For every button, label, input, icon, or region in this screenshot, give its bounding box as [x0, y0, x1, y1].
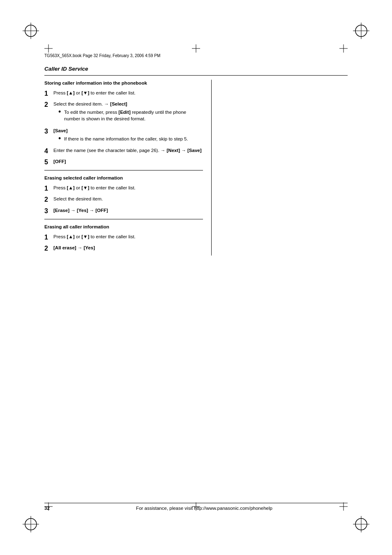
page: TG563X_565X.book Page 32 Friday, Februar…	[0, 0, 392, 555]
erasing-selected-heading: Erasing selected caller information	[44, 175, 203, 181]
step-erase-sel-2: 2 Select the desired item.	[44, 196, 203, 203]
section-divider	[44, 75, 348, 76]
key-off-5: [OFF]	[53, 159, 66, 164]
storing-heading: Storing caller information into the phon…	[44, 80, 203, 86]
step-erase-all-content-2: [All erase] → [Yes]	[53, 244, 203, 251]
key-down-e: [▼]	[81, 185, 89, 190]
key-edit: [Edit]	[118, 110, 130, 115]
key-up-e: [▲]	[67, 185, 75, 190]
header-line: TG563X_565X.book Page 32 Friday, Februar…	[44, 53, 348, 58]
erasing-all-section: Erasing all caller information 1 Press […	[44, 223, 203, 252]
edge-mark-top-left	[44, 44, 53, 53]
bullet-list-3: • If there is the name information for t…	[58, 136, 203, 142]
header-text: TG563X_565X.book Page 32 Friday, Februar…	[44, 53, 160, 58]
right-column	[211, 80, 348, 256]
step-store-5: 5 [OFF]	[44, 158, 203, 166]
key-all-erase-yes: [All erase] → [Yes]	[53, 245, 95, 250]
step-number-4: 4	[44, 147, 52, 155]
bullet-text-3-1: If there is the name information for the…	[64, 136, 188, 142]
step-number-5: 5	[44, 158, 52, 166]
storing-section: Storing caller information into the phon…	[44, 80, 203, 166]
step-number-3: 3	[44, 127, 52, 135]
key-save-4: [Save]	[187, 148, 202, 153]
bullet-dot-3: •	[58, 135, 62, 142]
key-down-ea: [▼]	[81, 234, 89, 239]
step-erase-sel-content-3: [Erase] → [Yes] → [OFF]	[53, 207, 203, 214]
bullet-dot: •	[58, 108, 62, 115]
step-erase-sel-content-1: Press [▲] or [▼] to enter the caller lis…	[53, 184, 203, 191]
bullet-item-3-1: • If there is the name information for t…	[58, 136, 203, 142]
step-store-4: 4 Enter the name (see the character tabl…	[44, 147, 203, 155]
step-content-1: Press [▲] or [▼] to enter the caller lis…	[53, 90, 203, 96]
footer-page-number: 32	[44, 506, 61, 511]
step-content-4: Enter the name (see the character table,…	[53, 147, 203, 154]
key-up-ea: [▲]	[67, 234, 75, 239]
bullet-item-2-1: • To edit the number, press [Edit] repea…	[58, 109, 203, 122]
corner-mark-tr	[353, 23, 369, 39]
footer-assistance-text: For assistance, please visit http://www.…	[61, 506, 348, 511]
erasing-selected-section: Erasing selected caller information 1 Pr…	[44, 175, 203, 215]
erasing-all-heading: Erasing all caller information	[44, 223, 203, 230]
edge-mark-top-right	[339, 44, 348, 53]
step-erase-all-number-2: 2	[44, 244, 52, 252]
step-erase-sel-number-3: 3	[44, 207, 52, 215]
sub-divider-1	[44, 170, 203, 170]
step-store-1: 1 Press [▲] or [▼] to enter the caller l…	[44, 90, 203, 97]
step-number-2: 2	[44, 101, 52, 108]
step-content-2: Select the desired item. → [Select] • To…	[53, 101, 203, 124]
left-column: Storing caller information into the phon…	[44, 80, 211, 256]
key-save: [Save]	[53, 128, 68, 133]
step-erase-sel-content-2: Select the desired item.	[53, 196, 203, 202]
key-erase-yes-off: [Erase] → [Yes] → [OFF]	[53, 208, 108, 213]
step-erase-all-1: 1 Press [▲] or [▼] to enter the caller l…	[44, 233, 203, 241]
footer: 32 For assistance, please visit http://w…	[44, 503, 348, 511]
key-down: [▼]	[81, 90, 89, 95]
step-erase-sel-3: 3 [Erase] → [Yes] → [OFF]	[44, 207, 203, 215]
two-col-layout: Storing caller information into the phon…	[44, 80, 348, 256]
step-erase-all-content-1: Press [▲] or [▼] to enter the caller lis…	[53, 233, 203, 240]
corner-mark-br	[353, 516, 369, 532]
key-select: [Select]	[110, 101, 127, 106]
step-content-3: [Save] • If there is the name informatio…	[53, 127, 203, 144]
step-erase-sel-number-2: 2	[44, 196, 52, 203]
edge-mark-top-center	[192, 44, 200, 53]
step-erase-sel-number-1: 1	[44, 184, 52, 192]
key-up: [▲]	[67, 90, 75, 95]
step-erase-all-2: 2 [All erase] → [Yes]	[44, 244, 203, 252]
step-number-1: 1	[44, 90, 52, 97]
corner-mark-tl	[23, 23, 39, 39]
step-content-5: [OFF]	[53, 158, 203, 165]
bullet-list-2: • To edit the number, press [Edit] repea…	[58, 109, 203, 122]
corner-mark-bl	[23, 516, 39, 532]
step-erase-all-number-1: 1	[44, 233, 52, 241]
step-store-2: 2 Select the desired item. → [Select] • …	[44, 101, 203, 124]
section-title: Caller ID Service	[44, 66, 348, 72]
sub-divider-2	[44, 219, 203, 219]
bullet-text-2-1: To edit the number, press [Edit] repeate…	[64, 109, 203, 122]
key-next: [Next]	[167, 148, 180, 153]
content-area: Caller ID Service Storing caller informa…	[44, 66, 348, 489]
step-erase-sel-1: 1 Press [▲] or [▼] to enter the caller l…	[44, 184, 203, 192]
step-store-3: 3 [Save] • If there is the name informat…	[44, 127, 203, 144]
